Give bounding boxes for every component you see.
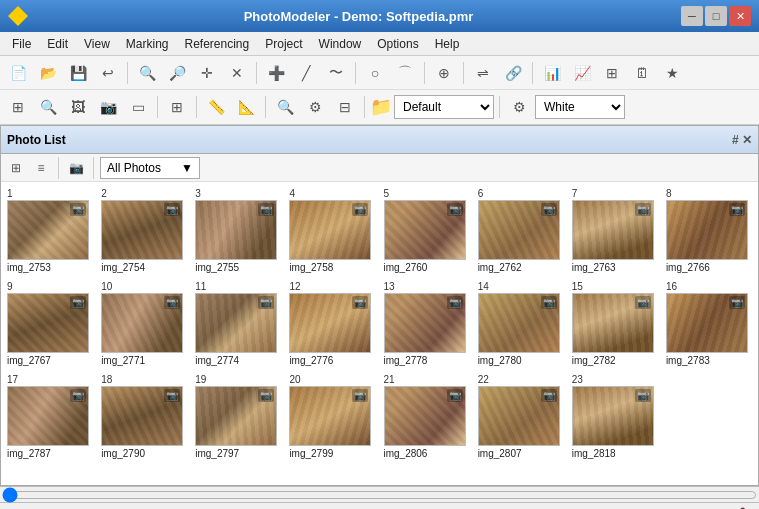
- tb-zoom-in[interactable]: 🔍: [133, 59, 161, 87]
- tb-point[interactable]: ⊕: [430, 59, 458, 87]
- photo-grid[interactable]: 1📷img_27532📷img_27543📷img_27554📷img_2758…: [1, 182, 758, 485]
- tb-curve[interactable]: 〜: [322, 59, 350, 87]
- photo-item[interactable]: 5📷img_2760: [382, 186, 472, 275]
- photo-item[interactable]: 6📷img_2762: [476, 186, 566, 275]
- tb-calendar[interactable]: 🗓: [628, 59, 656, 87]
- tb-plus[interactable]: ➕: [262, 59, 290, 87]
- tb-star[interactable]: ★: [658, 59, 686, 87]
- panel-controls: # ✕: [732, 133, 752, 147]
- app-title: PhotoModeler - Demo: Softpedia.pmr: [36, 9, 681, 24]
- photo-item[interactable]: 22📷img_2807: [476, 372, 566, 461]
- photo-item[interactable]: 14📷img_2780: [476, 279, 566, 368]
- tb-settings2[interactable]: ⚙: [505, 93, 533, 121]
- photo-label: img_2774: [195, 355, 239, 366]
- photo-item[interactable]: 2📷img_2754: [99, 186, 189, 275]
- horizontal-scroll[interactable]: [2, 488, 757, 502]
- photo-item[interactable]: 16📷img_2783: [664, 279, 754, 368]
- photo-thumbnail: 📷: [7, 293, 89, 353]
- photo-thumbnail: 📷: [101, 200, 183, 260]
- sep7: [157, 96, 158, 118]
- tb-circle[interactable]: ○: [361, 59, 389, 87]
- photo-item[interactable]: 8📷img_2766: [664, 186, 754, 275]
- tb-zoom-out[interactable]: 🔎: [163, 59, 191, 87]
- photo-item[interactable]: 12📷img_2776: [287, 279, 377, 368]
- tb-save[interactable]: 💾: [64, 59, 92, 87]
- all-photos-label: All Photos: [107, 161, 161, 175]
- photo-item[interactable]: 15📷img_2782: [570, 279, 660, 368]
- photo-item[interactable]: 20📷img_2799: [287, 372, 377, 461]
- menu-item-referencing[interactable]: Referencing: [177, 35, 258, 53]
- tb-open[interactable]: 📂: [34, 59, 62, 87]
- tb-graph2[interactable]: 📈: [568, 59, 596, 87]
- photo-item[interactable]: 17📷img_2787: [5, 372, 95, 461]
- photo-list-toolbar: ⊞ ≡ 📷 All Photos ▼: [1, 154, 758, 182]
- tb-measure[interactable]: 📏: [202, 93, 230, 121]
- maximize-button[interactable]: □: [705, 6, 727, 26]
- menu-item-marking[interactable]: Marking: [118, 35, 177, 53]
- menu-item-window[interactable]: Window: [311, 35, 370, 53]
- sep4: [424, 62, 425, 84]
- tb-view1[interactable]: ⊞: [163, 93, 191, 121]
- toolbar-row-2: ⊞ 🔍 🖼 📷 ▭ ⊞ 📏 📐 🔍 ⚙ ⊟ 📁 Default ⚙ White: [0, 90, 759, 124]
- sep11: [499, 96, 500, 118]
- menu-item-help[interactable]: Help: [427, 35, 468, 53]
- photo-item[interactable]: 13📷img_2778: [382, 279, 472, 368]
- photo-thumbnail: 📷: [384, 293, 466, 353]
- tb-ref[interactable]: ⇌: [469, 59, 497, 87]
- tb-line[interactable]: ╱: [292, 59, 320, 87]
- tb-table[interactable]: ⊟: [331, 93, 359, 121]
- toolbar-area: 📄 📂 💾 ↩ 🔍 🔎 ✛ ✕ ➕ ╱ 〜 ○ ⌒ ⊕ ⇌ 🔗 📊 📈 ⊞ 🗓 …: [0, 56, 759, 125]
- panel-title: Photo List: [7, 133, 66, 147]
- tb-path[interactable]: ⌒: [391, 59, 419, 87]
- photo-item[interactable]: 3📷img_2755: [193, 186, 283, 275]
- photo-number: 17: [7, 374, 18, 385]
- photo-item[interactable]: 9📷img_2767: [5, 279, 95, 368]
- photo-thumbnail: 📷: [195, 200, 277, 260]
- photo-label: img_2763: [572, 262, 616, 273]
- menu-item-file[interactable]: File: [4, 35, 39, 53]
- tb-search[interactable]: 🔍: [34, 93, 62, 121]
- tb-grid2[interactable]: ⊞: [4, 93, 32, 121]
- tb-link[interactable]: 🔗: [499, 59, 527, 87]
- photo-item[interactable]: 10📷img_2771: [99, 279, 189, 368]
- status-bar: Max. Residual: 2.96 pt: 1004 Photo: 23 ⚠…: [0, 502, 759, 509]
- tb-graph1[interactable]: 📊: [538, 59, 566, 87]
- panel-pin[interactable]: # ✕: [732, 133, 752, 147]
- photo-item[interactable]: 11📷img_2774: [193, 279, 283, 368]
- tb-photo[interactable]: 🖼: [64, 93, 92, 121]
- tb-grid[interactable]: ⊞: [598, 59, 626, 87]
- white-select[interactable]: White: [535, 95, 625, 119]
- close-button[interactable]: ✕: [729, 6, 751, 26]
- photo-item[interactable]: 19📷img_2797: [193, 372, 283, 461]
- tb-select[interactable]: ✛: [193, 59, 221, 87]
- bottom-scrollbar[interactable]: [0, 486, 759, 502]
- photo-item[interactable]: 23📷img_2818: [570, 372, 660, 461]
- photo-item[interactable]: 4📷img_2758: [287, 186, 377, 275]
- menu-item-edit[interactable]: Edit: [39, 35, 76, 53]
- minimize-button[interactable]: ─: [681, 6, 703, 26]
- photo-label: img_2762: [478, 262, 522, 273]
- menu-item-project[interactable]: Project: [257, 35, 310, 53]
- photo-item[interactable]: 18📷img_2790: [99, 372, 189, 461]
- tb-undo[interactable]: ↩: [94, 59, 122, 87]
- photo-item[interactable]: 7📷img_2763: [570, 186, 660, 275]
- ph-view-thumbs[interactable]: ⊞: [5, 158, 27, 178]
- photo-thumbnail: 📷: [666, 293, 748, 353]
- tb-ruler[interactable]: 📐: [232, 93, 260, 121]
- tb-process[interactable]: ⚙: [301, 93, 329, 121]
- menu-item-options[interactable]: Options: [369, 35, 426, 53]
- tb-rect[interactable]: ▭: [124, 93, 152, 121]
- tb-new[interactable]: 📄: [4, 59, 32, 87]
- photo-item[interactable]: 21📷img_2806: [382, 372, 472, 461]
- photo-item[interactable]: 1📷img_2753: [5, 186, 95, 275]
- tb-zoom2[interactable]: 🔍: [271, 93, 299, 121]
- ph-camera[interactable]: 📷: [65, 158, 87, 178]
- ph-view-list[interactable]: ≡: [30, 158, 52, 178]
- photo-thumbnail: 📷: [289, 200, 371, 260]
- all-photos-dropdown[interactable]: All Photos ▼: [100, 157, 200, 179]
- tb-cross[interactable]: ✕: [223, 59, 251, 87]
- default-select[interactable]: Default: [394, 95, 494, 119]
- photo-thumbnail: 📷: [572, 386, 654, 446]
- tb-img[interactable]: 📷: [94, 93, 122, 121]
- menu-item-view[interactable]: View: [76, 35, 118, 53]
